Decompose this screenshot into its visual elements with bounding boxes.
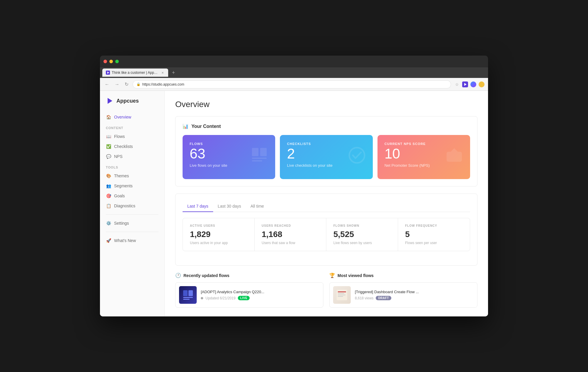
recent-flow-info-0: [ADOPT] Analytics Campaign Q220... Updat… <box>201 290 320 300</box>
flows-card-icon <box>250 146 268 168</box>
user-avatar-icon[interactable] <box>470 81 476 87</box>
sidebar-item-goals[interactable]: 🎯 Goals <box>100 191 164 201</box>
stat-card-checklists[interactable]: CHECKLISTS 2 Live checklists on your sit… <box>280 135 372 179</box>
sidebar-nps-label: NPS <box>114 154 123 159</box>
sidebar-item-settings[interactable]: ⚙️ Settings <box>100 218 164 228</box>
sidebar-settings-label: Settings <box>114 221 129 226</box>
whats-new-icon: 🚀 <box>106 238 111 243</box>
stat-card-nps[interactable]: CURRENT NPS SCORE 10 Net Promoter Score … <box>377 135 470 179</box>
tab-close-button[interactable]: ✕ <box>161 71 165 75</box>
flows-icon: 📖 <box>106 134 111 139</box>
active-users-label: ACTIVE USERS <box>190 224 247 227</box>
new-tab-button[interactable]: + <box>169 69 178 77</box>
sidebar-segments-label: Segments <box>114 184 133 188</box>
trophy-icon: 🏆 <box>329 273 335 278</box>
appcues-logo-icon <box>106 97 114 105</box>
browser-window: Think like a customer | Appcues ✕ + ← → … <box>100 56 488 316</box>
traffic-light-yellow[interactable] <box>109 60 113 63</box>
themes-icon: 🎨 <box>106 174 111 178</box>
svg-marker-0 <box>107 71 109 74</box>
sidebar-goals-label: Goals <box>114 193 125 198</box>
goals-icon: 🎯 <box>106 193 111 198</box>
browser-tab-active[interactable]: Think like a customer | Appcues ✕ <box>102 69 168 77</box>
sidebar-item-themes[interactable]: 🎨 Themes <box>100 171 164 181</box>
address-bar[interactable]: 🔒 https://studio.appcues.com <box>133 80 451 89</box>
flows-bottom-section: 🕐 Recently updated flows <box>175 273 477 308</box>
traffic-light-red[interactable] <box>103 60 107 63</box>
segments-icon: 👥 <box>106 184 111 188</box>
checklists-card-label: CHECKLISTS <box>287 142 365 146</box>
svg-rect-6 <box>252 160 262 161</box>
back-button[interactable]: ← <box>103 81 111 88</box>
active-users-desc: Users active in your app <box>190 241 247 245</box>
your-content-section: 📊 Your Content FLOWS 63 Live flows on yo… <box>175 116 477 186</box>
content-header-icon: 📊 <box>183 124 188 129</box>
recent-flow-meta-0: Updated 6/21/2019 LIVE <box>201 296 320 300</box>
nps-card-icon <box>445 146 463 168</box>
recent-flow-item-0[interactable]: [ADOPT] Analytics Campaign Q220... Updat… <box>175 282 323 308</box>
recent-flow-name-0: [ADOPT] Analytics Campaign Q220... <box>201 290 320 294</box>
svg-rect-4 <box>260 148 267 156</box>
flows-shown-desc: Live flows seen by users <box>333 241 391 245</box>
your-content-title: Your Content <box>191 124 221 129</box>
svg-rect-20 <box>338 295 345 295</box>
refresh-button[interactable]: ↻ <box>123 80 130 88</box>
active-users-value: 1,829 <box>190 230 247 239</box>
nps-card-label: CURRENT NPS SCORE <box>385 142 463 146</box>
metric-flows-shown: FLOWS SHOWN 5,525 Live flows seen by use… <box>326 218 398 251</box>
diagnostics-icon: 📋 <box>106 203 111 208</box>
recently-updated-title: 🕐 Recently updated flows <box>175 273 323 278</box>
svg-rect-5 <box>252 158 267 159</box>
most-viewed-section: 🏆 Most viewed flows <box>329 273 477 308</box>
sidebar-whats-new-label: What's New <box>114 238 136 243</box>
tab-last-7-days[interactable]: Last 7 days <box>183 201 213 212</box>
svg-marker-1 <box>464 83 467 86</box>
recently-updated-section: 🕐 Recently updated flows <box>175 273 323 308</box>
settings-icon: ⚙️ <box>106 221 111 226</box>
nps-icon: 💬 <box>106 154 111 159</box>
lock-icon: 🔒 <box>136 82 141 86</box>
most-viewed-flow-name-0: [Triggered] Dashboard Create Flow ... <box>355 290 474 294</box>
svg-rect-21 <box>338 296 343 297</box>
svg-rect-3 <box>252 148 258 156</box>
sidebar-item-overview[interactable]: 🏠 Overview <box>100 112 164 122</box>
tools-section-label: TOOLS <box>100 161 164 171</box>
svg-rect-16 <box>183 299 190 300</box>
sidebar-item-checklists[interactable]: ✅ Checklists <box>100 141 164 151</box>
metrics-row: ACTIVE USERS 1,829 Users active in your … <box>183 218 470 251</box>
metric-active-users: ACTIVE USERS 1,829 Users active in your … <box>183 218 255 251</box>
browser-titlebar <box>100 56 488 67</box>
sidebar-item-diagnostics[interactable]: 📋 Diagnostics <box>100 201 164 211</box>
time-tabs: Last 7 days Last 30 days All time <box>183 201 470 212</box>
flows-shown-label: FLOWS SHOWN <box>333 224 391 227</box>
stat-card-flows[interactable]: FLOWS 63 Live flows on your site <box>183 135 275 179</box>
users-reached-desc: Users that saw a flow <box>262 241 319 245</box>
bookmark-icon[interactable]: ☆ <box>454 81 460 87</box>
sidebar-divider-2 <box>106 232 158 232</box>
sidebar-item-flows[interactable]: 📖 Flows <box>100 131 164 141</box>
traffic-light-green[interactable] <box>115 60 119 63</box>
sidebar-flows-label: Flows <box>114 134 125 139</box>
extension-icon-1[interactable] <box>462 81 468 87</box>
most-viewed-flow-status-0: DRAFT <box>376 296 391 300</box>
sidebar-item-nps[interactable]: 💬 NPS <box>100 151 164 161</box>
svg-marker-9 <box>451 148 458 152</box>
main-content: Overview 📊 Your Content FLOWS 63 Live fl… <box>165 91 488 316</box>
checklists-icon: ✅ <box>106 144 111 149</box>
svg-rect-13 <box>183 290 188 296</box>
browser-tab-bar: Think like a customer | Appcues ✕ + <box>100 67 488 78</box>
most-viewed-flow-item-0[interactable]: [Triggered] Dashboard Create Flow ... 8,… <box>329 282 477 308</box>
tab-all-time[interactable]: All time <box>246 201 269 212</box>
sidebar-item-whats-new[interactable]: 🚀 What's New <box>100 236 164 246</box>
sidebar-overview-label: Overview <box>114 115 131 119</box>
users-reached-label: USERS REACHED <box>262 224 319 227</box>
analytics-section: Last 7 days Last 30 days All time ACTIVE… <box>175 193 477 266</box>
flows-shown-value: 5,525 <box>333 230 391 239</box>
account-icon[interactable] <box>479 81 485 87</box>
home-icon: 🏠 <box>106 115 111 119</box>
tab-last-30-days[interactable]: Last 30 days <box>213 201 246 212</box>
sidebar-item-segments[interactable]: 👥 Segments <box>100 181 164 191</box>
forward-button[interactable]: → <box>113 81 121 88</box>
svg-rect-18 <box>338 291 346 292</box>
sidebar-diagnostics-label: Diagnostics <box>114 203 135 208</box>
